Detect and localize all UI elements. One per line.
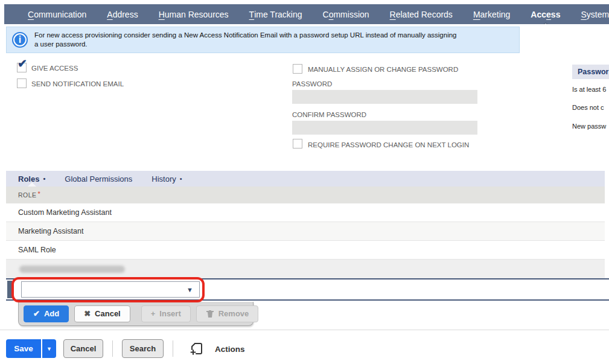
content-dot: • — [180, 175, 182, 182]
actions-document-plus-icon — [190, 342, 204, 356]
nav-tab-address[interactable]: Address — [97, 4, 148, 24]
password-criteria-line: Is at least 6 — [572, 86, 606, 93]
role-dropdown[interactable]: ▼ — [21, 281, 200, 298]
insert-button-label: Insert — [159, 309, 180, 318]
nav-tab-system[interactable]: System — [570, 4, 609, 24]
nav-tab-related-records[interactable]: Related Records — [380, 4, 463, 24]
tab-label: Acc — [531, 10, 546, 19]
role-cell: Marketing Assistant — [18, 227, 83, 235]
insert-button[interactable]: +Insert — [141, 305, 191, 322]
table-row[interactable]: Custom Marketing Assistant — [6, 203, 605, 222]
column-header-label: ROLE — [18, 191, 37, 199]
subtab-label: Global Permissions — [65, 174, 132, 184]
save-button-label: Save — [14, 344, 33, 353]
current-line-marker — [7, 281, 12, 298]
sublist-tab-bar: Roles• Global Permissions History• — [6, 171, 605, 187]
tab-label: ystem — [587, 10, 609, 19]
password-criteria-line: Does not c — [572, 104, 604, 111]
subtab-history[interactable]: History• — [151, 171, 182, 187]
table-row[interactable]: Marketing Assistant — [6, 222, 605, 241]
tab-accesskey: T — [249, 10, 255, 19]
subtab-label: History — [151, 174, 176, 184]
tab-label: ss — [551, 10, 561, 19]
role-cell: Custom Marketing Assistant — [18, 208, 112, 217]
tab-accesskey: S — [581, 10, 586, 19]
add-button-label: Add — [44, 309, 59, 318]
add-button[interactable]: ✔Add — [24, 305, 69, 322]
remove-button-label: Remove — [218, 309, 249, 318]
active-tab-caret — [541, 24, 550, 24]
role-cell: SAML Role — [18, 246, 56, 254]
close-icon: ✖ — [84, 309, 91, 318]
info-banner: i For new access provisioning consider s… — [6, 27, 520, 53]
nav-tab-commission[interactable]: Commission — [313, 4, 380, 24]
tab-accesskey: M — [473, 10, 480, 19]
footer-divider — [112, 340, 113, 357]
require-password-change-label: REQUIRE PASSWORD CHANGE ON NEXT LOGIN — [308, 141, 469, 148]
give-access-label: GIVE ACCESS — [31, 65, 78, 72]
plus-icon: + — [151, 309, 156, 318]
redacted-text — [19, 266, 125, 273]
send-notification-checkbox[interactable] — [17, 78, 27, 88]
active-subtab-caret — [28, 182, 36, 187]
role-edit-row: ▼ — [6, 278, 609, 301]
tab-accesskey: e — [546, 10, 551, 19]
send-notification-label: SEND NOTIFICATION EMAIL — [31, 80, 124, 88]
info-icon: i — [12, 32, 28, 48]
password-criteria-title: Passwor — [572, 65, 609, 79]
password-criteria-line: New passw — [572, 123, 606, 130]
check-icon: ✔ — [33, 309, 40, 318]
give-access-checkbox[interactable]: ✔ — [17, 63, 27, 72]
confirm-password-field[interactable] — [292, 121, 477, 135]
trash-icon — [206, 309, 214, 318]
cancel-edit-label: Cancel — [95, 309, 121, 318]
chevron-down-icon: ▼ — [46, 346, 52, 352]
tab-label: arketing — [480, 10, 511, 19]
nav-tab-human-resources[interactable]: Human Resources — [148, 4, 239, 24]
tab-accesskey: C — [28, 10, 34, 19]
required-marker: * — [38, 190, 41, 197]
confirm-password-label: CONFIRM PASSWORD — [292, 111, 366, 118]
info-banner-text: For new access provisioning consider sen… — [34, 31, 457, 49]
search-button[interactable]: Search — [122, 339, 164, 358]
nav-tab-marketing[interactable]: Marketing — [463, 4, 520, 24]
check-icon: ✔ — [18, 58, 27, 69]
cancel-button[interactable]: Cancel — [63, 339, 103, 358]
search-button-label: Search — [130, 344, 156, 353]
table-row-redacted[interactable] — [6, 260, 605, 278]
tab-accesskey: A — [107, 10, 112, 19]
subtab-global-permissions[interactable]: Global Permissions — [65, 171, 132, 187]
footer-divider — [173, 340, 173, 357]
nav-tab-time-tracking[interactable]: Time Tracking — [239, 4, 313, 24]
content-dot: • — [43, 175, 45, 182]
nav-tab-communication[interactable]: Communication — [18, 4, 97, 24]
cancel-button-label: Cancel — [71, 344, 97, 353]
password-field[interactable] — [292, 90, 477, 104]
password-label: PASSWORD — [292, 80, 332, 88]
actions-label: Actions — [215, 345, 245, 354]
tab-label: mmission — [333, 10, 369, 19]
role-column-header: ROLE * — [6, 187, 605, 203]
tab-label: C — [323, 10, 329, 19]
cancel-edit-button[interactable]: ✖Cancel — [74, 305, 130, 322]
nav-tab-access[interactable]: Access — [520, 4, 570, 24]
chevron-down-icon: ▼ — [187, 286, 193, 293]
subtab-roles[interactable]: Roles• — [18, 171, 45, 187]
actions-button[interactable] — [190, 342, 204, 359]
manually-assign-label: MANUALLY ASSIGN OR CHANGE PASSWORD — [308, 66, 458, 73]
save-button[interactable]: Save — [6, 339, 41, 358]
manually-assign-checkbox[interactable] — [293, 64, 302, 74]
save-menu-arrow[interactable]: ▼ — [42, 339, 56, 358]
tab-accesskey: H — [159, 10, 165, 19]
table-row[interactable]: SAML Role — [6, 241, 605, 260]
remove-button[interactable]: Remove — [196, 305, 259, 322]
tab-label: ommunication — [34, 10, 86, 19]
tab-label: ime Tracking — [254, 10, 302, 19]
require-password-change-checkbox[interactable] — [293, 139, 302, 148]
tab-label: uman Resources — [165, 10, 229, 19]
tab-accesskey: R — [390, 10, 396, 19]
tab-label: ddress — [113, 10, 138, 19]
sublist-toolbar: ✔Add ✖Cancel +Insert Remove — [18, 302, 253, 326]
tab-label: elated Records — [396, 10, 453, 19]
tab-accesskey: o — [329, 10, 334, 19]
